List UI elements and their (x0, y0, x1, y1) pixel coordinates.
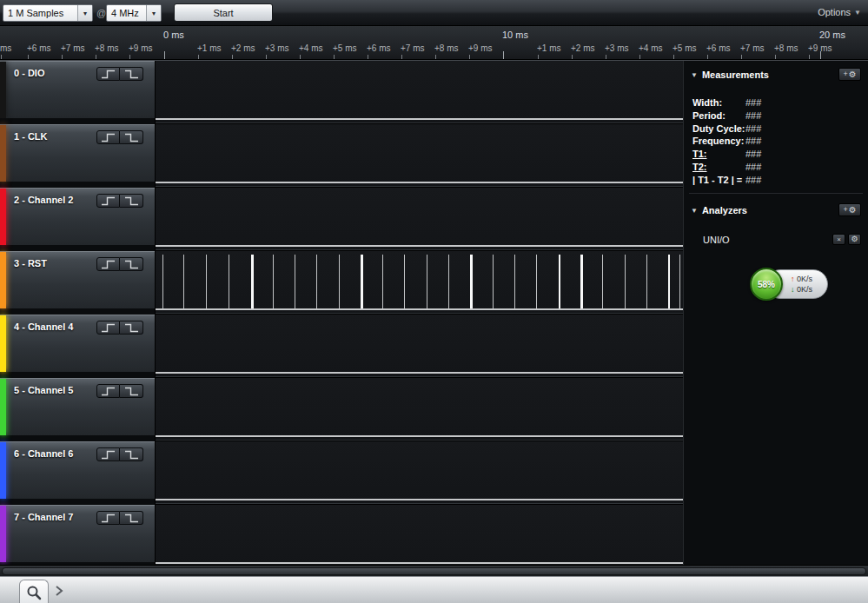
edge-trigger-icon (123, 449, 140, 461)
measurement-value: ### (745, 109, 761, 123)
waveform-lane-1[interactable] (156, 124, 683, 188)
trigger-falling-edge-button[interactable] (120, 511, 143, 525)
collapse-arrow-icon: ▼ (691, 207, 698, 215)
edge-trigger-icon (100, 386, 116, 397)
trigger-button-group (96, 511, 143, 525)
dropdown-arrow-icon[interactable]: ▾ (77, 5, 92, 21)
trigger-falling-edge-button[interactable] (120, 67, 143, 81)
usage-gauge: 58% (750, 268, 783, 301)
channel-color-stripe (0, 189, 6, 245)
measurements-settings-button[interactable]: + ⚙ (838, 68, 861, 81)
trigger-rising-edge-button[interactable] (96, 321, 120, 335)
measurement-label[interactable]: T2: (692, 162, 707, 172)
ruler-minor-label: +7 ms (61, 43, 85, 53)
trigger-falling-edge-button[interactable] (120, 447, 143, 461)
trigger-rising-edge-button[interactable] (96, 257, 120, 271)
ruler-minor-label: +1 ms (537, 43, 561, 53)
ruler-major-label: 20 ms (819, 30, 845, 40)
ruler-tick-mark (820, 51, 821, 59)
add-analyzer-button[interactable]: + ⚙ (838, 203, 861, 216)
channel-header-4[interactable]: 4 - Channel 4 (0, 315, 155, 372)
channel-color-stripe (0, 252, 6, 308)
signal-pulse (493, 255, 494, 310)
analyzer-settings-button[interactable]: ⚙ (848, 234, 861, 245)
channel-color-stripe (0, 62, 6, 118)
start-capture-button[interactable]: Start (174, 3, 273, 22)
channel-color-stripe (0, 379, 6, 435)
options-menu-button[interactable]: Options ▼ (818, 7, 861, 17)
sample-count-dropdown[interactable]: 1 M Samples ▾ (3, 4, 93, 22)
edge-trigger-icon (123, 132, 140, 143)
waveform-lane-4[interactable] (156, 315, 683, 378)
trigger-falling-edge-button[interactable] (120, 194, 143, 208)
horizontal-scrollbar-thumb[interactable] (2, 567, 866, 575)
trigger-rising-edge-button[interactable] (96, 447, 120, 461)
measurements-header[interactable]: ▼ Measurements (691, 68, 769, 82)
signal-pulse (514, 255, 515, 310)
signal-baseline (156, 182, 683, 183)
waveform-lane-7[interactable] (156, 505, 683, 565)
options-label: Options (818, 7, 851, 17)
trigger-rising-edge-button[interactable] (96, 130, 120, 144)
ruler-minor-label: +5 ms (673, 43, 697, 53)
trigger-rising-edge-button[interactable] (96, 511, 120, 525)
trigger-falling-edge-button[interactable] (120, 321, 143, 335)
ruler-minor-label: +8 ms (434, 43, 459, 53)
signal-baseline (156, 308, 683, 310)
analyzers-header[interactable]: ▼ Analyzers (691, 203, 747, 217)
horizontal-scrollbar-track[interactable] (0, 565, 868, 576)
waveform-lane-2[interactable] (156, 188, 683, 251)
sample-rate-dropdown[interactable]: 4 MHz ▾ (106, 4, 162, 22)
trigger-falling-edge-button[interactable] (120, 257, 143, 271)
channel-header-1[interactable]: 1 - CLK (0, 124, 155, 182)
trigger-rising-edge-button[interactable] (96, 194, 120, 208)
waveform-lane-0[interactable] (156, 61, 683, 124)
collapse-arrow-icon: ▼ (691, 71, 698, 79)
expand-toolbar-button[interactable] (52, 583, 66, 598)
trigger-button-group (96, 130, 143, 144)
trigger-falling-edge-button[interactable] (120, 130, 143, 144)
ruler-minor-label: +7 ms (740, 43, 765, 53)
ruler-minor-label: +9 ms (468, 43, 493, 53)
signal-pulse (229, 255, 229, 310)
signal-pulse (679, 255, 680, 310)
measurement-label: Frequency: (692, 136, 744, 146)
start-button-label: Start (213, 8, 233, 18)
waveform-lane-5[interactable] (156, 378, 683, 441)
gear-icon: ⚙ (849, 70, 857, 79)
download-arrow-icon: ↓ (791, 285, 795, 294)
channel-header-2[interactable]: 2 - Channel 2 (0, 188, 155, 245)
trigger-rising-edge-button[interactable] (96, 67, 120, 81)
ruler-minor-label: ms (0, 43, 11, 53)
measurement-label[interactable]: T1: (692, 149, 707, 159)
trigger-falling-edge-button[interactable] (120, 384, 143, 398)
trigger-button-group (96, 321, 143, 335)
channel-header-0[interactable]: 0 - DIO (0, 61, 155, 118)
channel-header-7[interactable]: 7 - Channel 7 (0, 505, 155, 562)
gear-icon: ⚙ (849, 206, 857, 215)
timeline-ruler[interactable]: ms+6 ms+7 ms+8 ms+9 ms0 ms+1 ms+2 ms+3 m… (0, 26, 868, 59)
signal-baseline (156, 562, 683, 564)
trigger-button-group (96, 194, 143, 208)
download-rate-row: ↓ 0K/s (791, 284, 827, 295)
waveform-lane-3[interactable] (156, 251, 683, 315)
analyzer-remove-button[interactable]: × (832, 234, 845, 245)
waveform-lane-6[interactable] (156, 441, 683, 505)
channel-header-5[interactable]: 5 - Channel 5 (0, 378, 155, 435)
trigger-rising-edge-button[interactable] (96, 384, 120, 398)
signal-pulse (668, 255, 670, 310)
edge-trigger-icon (100, 132, 116, 143)
signal-pulse (251, 255, 254, 310)
zoom-tool-tab[interactable] (19, 580, 49, 603)
measurement-row: T2:### (692, 161, 861, 174)
channel-header-3[interactable]: 3 - RST (0, 251, 155, 308)
analyzer-list: UNI/O×⚙ (684, 233, 868, 248)
waveform-area[interactable] (155, 61, 683, 565)
magnifier-icon (26, 585, 42, 600)
signal-baseline (156, 435, 683, 437)
signal-baseline (156, 245, 683, 247)
measurement-label: Duty Cycle: (692, 123, 745, 134)
ruler-minor-label: +1 ms (197, 43, 222, 53)
dropdown-arrow-icon[interactable]: ▾ (146, 5, 161, 21)
channel-header-6[interactable]: 6 - Channel 6 (0, 441, 155, 499)
